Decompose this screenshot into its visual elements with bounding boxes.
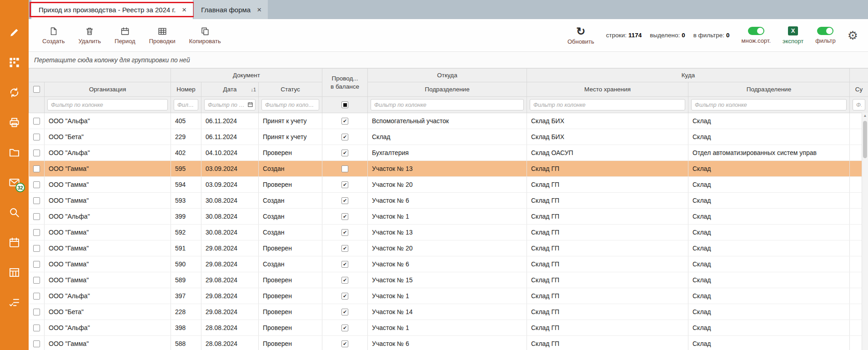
filter-toggle-group[interactable]: фильтр bbox=[815, 27, 835, 44]
row-checkbox[interactable] bbox=[33, 293, 40, 300]
posted-checkbox[interactable]: ✔ bbox=[341, 261, 348, 268]
row-checkbox[interactable] bbox=[33, 325, 40, 331]
period-button[interactable]: Период bbox=[115, 26, 135, 45]
row-select-cell bbox=[29, 336, 45, 350]
row-checkbox[interactable] bbox=[33, 309, 40, 315]
table-row[interactable]: ООО "Гамма"59503.09.2024СозданУчасток № … bbox=[29, 161, 868, 177]
export-button[interactable]: X экспорт bbox=[783, 26, 803, 45]
posted-checkbox[interactable]: ✔ bbox=[341, 245, 348, 252]
row-checkbox[interactable] bbox=[33, 134, 40, 140]
posted-checkbox[interactable]: ✔ bbox=[341, 325, 348, 331]
table-row[interactable]: ООО "Альфа"40204.10.2024Проверен✔Бухгалт… bbox=[29, 145, 868, 161]
table-row[interactable]: ООО "Альфа"39828.08.2024Проверен✔Участок… bbox=[29, 320, 868, 336]
posted-checkbox[interactable]: ✔ bbox=[341, 229, 348, 236]
tab-registry[interactable]: Приход из производства - Реестр за 2024 … bbox=[31, 0, 193, 19]
delete-button[interactable]: Удалить bbox=[78, 26, 101, 45]
search-icon[interactable] bbox=[8, 206, 20, 219]
row-checkbox[interactable] bbox=[33, 181, 40, 188]
posted-checkbox[interactable]: ✔ bbox=[341, 134, 348, 140]
folder-icon[interactable] bbox=[8, 146, 20, 159]
filter-input-storage[interactable] bbox=[530, 99, 685, 110]
row-checkbox[interactable] bbox=[33, 277, 40, 284]
table-row[interactable]: ООО "Гамма"59230.08.2024Создан✔Участок №… bbox=[29, 225, 868, 240]
tasks-checklist-icon[interactable] bbox=[8, 296, 20, 309]
group-by-bar[interactable]: Перетащите сюда колонку для группировки … bbox=[29, 52, 868, 68]
column-header-status[interactable]: Статус bbox=[259, 82, 322, 97]
group-header-empty bbox=[850, 69, 868, 82]
table-row[interactable]: ООО "Бета"22906.11.2024Принят к учету✔Ск… bbox=[29, 129, 868, 145]
gear-icon[interactable]: ⚙ bbox=[848, 30, 858, 41]
row-checkbox[interactable] bbox=[33, 165, 40, 172]
cell-from-department: Участок № 20 bbox=[368, 240, 527, 256]
table-row[interactable]: ООО "Гамма"59129.08.2024Проверен✔Участок… bbox=[29, 240, 868, 256]
row-checkbox[interactable] bbox=[33, 229, 40, 236]
table-icon[interactable] bbox=[8, 266, 20, 279]
row-checkbox[interactable] bbox=[33, 197, 40, 204]
select-all-checkbox[interactable] bbox=[33, 86, 40, 93]
cell-date: 29.08.2024 bbox=[201, 272, 259, 288]
posted-checkbox[interactable]: ✔ bbox=[341, 309, 348, 315]
scrollbar-thumb[interactable] bbox=[863, 121, 867, 158]
calendar-icon[interactable] bbox=[8, 236, 20, 249]
posted-checkbox[interactable]: ✔ bbox=[341, 181, 348, 188]
posted-checkbox[interactable]: ✔ bbox=[341, 150, 348, 156]
row-checkbox[interactable] bbox=[33, 340, 40, 347]
column-header-posted[interactable]: Провод... в балансе bbox=[322, 69, 368, 97]
posted-checkbox[interactable] bbox=[341, 165, 348, 172]
posted-filter-checkbox[interactable] bbox=[341, 101, 348, 108]
vertical-scrollbar[interactable]: ▲ bbox=[862, 113, 868, 350]
filter-toggle[interactable] bbox=[817, 27, 833, 35]
create-button[interactable]: Создать bbox=[42, 26, 65, 45]
multisort-toggle-group[interactable]: множ.сорт. bbox=[742, 27, 771, 44]
row-checkbox[interactable] bbox=[33, 118, 40, 125]
posted-checkbox[interactable]: ✔ bbox=[341, 197, 348, 204]
row-checkbox[interactable] bbox=[33, 261, 40, 268]
close-icon[interactable]: × bbox=[182, 6, 186, 14]
column-header-number[interactable]: Номер bbox=[171, 82, 201, 97]
column-header-storage[interactable]: Место хранения bbox=[527, 82, 688, 97]
tab-main-form[interactable]: Главная форма × bbox=[194, 0, 268, 19]
scroll-up-button[interactable]: ▲ bbox=[862, 114, 868, 118]
column-header-organization[interactable]: Организация bbox=[45, 82, 171, 97]
table-row[interactable]: ООО "Альфа"39729.08.2024Проверен✔Участок… bbox=[29, 288, 868, 304]
printer-icon[interactable] bbox=[8, 116, 20, 129]
table-row[interactable]: ООО "Гамма"59330.08.2024Создан✔Участок №… bbox=[29, 193, 868, 209]
sync-icon[interactable] bbox=[8, 86, 20, 99]
date-picker-icon[interactable] bbox=[247, 102, 253, 108]
refresh-button[interactable]: ↻ Обновить bbox=[567, 26, 594, 45]
copy-button[interactable]: Копировать bbox=[189, 26, 221, 45]
grid-container: Документ Провод... в балансе Откуда Куда… bbox=[29, 68, 868, 350]
posted-checkbox[interactable]: ✔ bbox=[341, 213, 348, 220]
row-checkbox[interactable] bbox=[33, 150, 40, 156]
filter-input-from-department[interactable] bbox=[371, 99, 524, 110]
table-row[interactable]: ООО "Гамма"58929.08.2024Проверен✔Участок… bbox=[29, 272, 868, 288]
mail-icon[interactable]: 32 bbox=[8, 176, 20, 189]
filter-input-sum[interactable] bbox=[853, 99, 865, 110]
multisort-toggle[interactable] bbox=[748, 27, 764, 35]
table-row[interactable]: ООО "Бета"22829.08.2024Проверен✔Участок … bbox=[29, 304, 868, 320]
row-checkbox[interactable] bbox=[33, 213, 40, 220]
table-row[interactable]: ООО "Гамма"59029.08.2024Создан✔Участок №… bbox=[29, 256, 868, 272]
column-header-sum[interactable]: Су bbox=[850, 82, 868, 97]
close-icon[interactable]: × bbox=[257, 6, 261, 14]
column-header-date[interactable]: Дата ↓1 bbox=[201, 82, 259, 97]
posted-checkbox[interactable]: ✔ bbox=[341, 118, 348, 125]
filter-input-organization[interactable] bbox=[47, 99, 168, 110]
filter-input-number[interactable] bbox=[174, 99, 198, 110]
edit-icon[interactable] bbox=[8, 26, 20, 39]
row-checkbox[interactable] bbox=[33, 245, 40, 252]
posted-checkbox[interactable]: ✔ bbox=[341, 340, 348, 347]
table-row[interactable]: ООО "Альфа"40506.11.2024Принят к учету✔В… bbox=[29, 113, 868, 129]
table-row[interactable]: ООО "Гамма"58828.08.2024Проверен✔Участок… bbox=[29, 336, 868, 350]
modules-grid-icon[interactable] bbox=[8, 56, 20, 69]
cell-from-department: Участок № 14 bbox=[368, 304, 527, 320]
column-header-to-department[interactable]: Подразделение bbox=[688, 82, 850, 97]
filter-input-to-department[interactable] bbox=[691, 99, 847, 110]
posted-checkbox[interactable]: ✔ bbox=[341, 293, 348, 300]
table-row[interactable]: ООО "Альфа"39930.08.2024Создан✔Участок №… bbox=[29, 209, 868, 225]
column-header-from-department[interactable]: Подразделение bbox=[368, 82, 527, 97]
postings-button[interactable]: Проводки bbox=[149, 26, 176, 45]
table-row[interactable]: ООО "Гамма"59403.09.2024Проверен✔Участок… bbox=[29, 177, 868, 193]
posted-checkbox[interactable]: ✔ bbox=[341, 277, 348, 284]
filter-input-status[interactable] bbox=[261, 99, 319, 110]
